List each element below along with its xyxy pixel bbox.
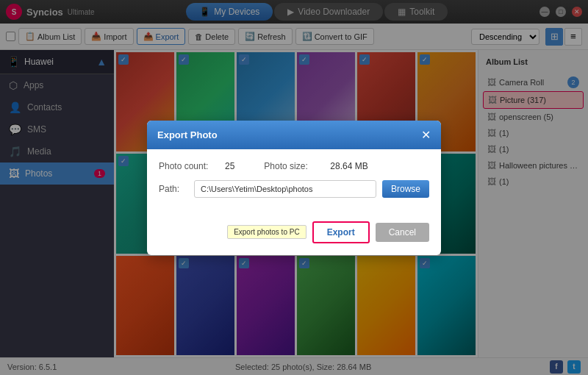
photo-size-value: 28.64 MB [330,161,368,171]
browse-button[interactable]: Browse [382,180,429,198]
photo-info-row: Photo count: 25 Photo size: 28.64 MB [159,161,429,171]
modal-close-button[interactable]: ✕ [421,128,431,142]
modal-overlay: Export Photo ✕ Photo count: 25 Photo siz… [0,0,588,375]
path-label: Path: [159,184,188,194]
modal-title: Export Photo [157,129,218,140]
export-tooltip: Export photos to PC [227,225,306,239]
modal-footer: Export photos to PC Export Cancel [147,221,441,255]
path-input[interactable] [194,180,376,198]
export-action-button[interactable]: Export [312,221,370,243]
export-modal: Export Photo ✕ Photo count: 25 Photo siz… [147,121,441,255]
photo-count-label: Photo count: [159,161,218,171]
modal-header: Export Photo ✕ [147,121,441,149]
photo-count-value: 25 [225,161,234,171]
cancel-button[interactable]: Cancel [376,223,429,242]
photo-size-label: Photo size: [264,161,323,171]
path-row: Path: Browse [159,180,429,198]
modal-body: Photo count: 25 Photo size: 28.64 MB Pat… [147,149,441,221]
